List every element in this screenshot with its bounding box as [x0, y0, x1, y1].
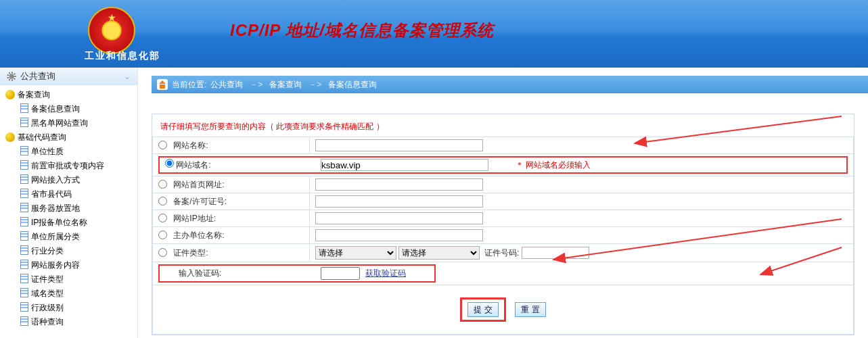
radio-label[interactable]: 主办单位名称: — [158, 231, 225, 240]
sidebar-section-header[interactable]: 公共查询 ⌄ — [0, 68, 137, 85]
domain-input[interactable] — [321, 159, 488, 171]
tree-item[interactable]: 网站服务内容 — [4, 258, 133, 272]
form-actions: 提 交 重 置 — [152, 285, 854, 335]
tree-item[interactable]: 行政级别 — [4, 301, 133, 315]
sidebar-section-title: 公共查询 — [20, 70, 55, 82]
query-radio[interactable] — [158, 231, 167, 239]
sponsor_name-input[interactable] — [315, 229, 483, 241]
radio-label[interactable]: 网站域名: — [165, 160, 211, 170]
tree-item[interactable]: 语种查询 — [4, 315, 133, 329]
cert-type-select-2[interactable]: 请选择 — [398, 246, 480, 260]
query-radio[interactable] — [158, 141, 167, 149]
site_name-input[interactable] — [315, 139, 483, 151]
tree-item[interactable]: 服务器放置地 — [4, 201, 133, 216]
system-title: ICP/IP 地址/域名信息备案管理系统 — [230, 20, 494, 41]
tree-item[interactable]: 行业分类 — [4, 244, 133, 258]
query-radio[interactable] — [158, 248, 167, 257]
breadcrumb-sep: －> — [309, 79, 321, 91]
home-icon[interactable] — [157, 79, 168, 90]
app-header: 工业和信息化部 ICP/IP 地址/域名信息备案管理系统 — [0, 0, 868, 68]
tree-item[interactable]: 单位性质 — [4, 145, 133, 159]
get-captcha-link[interactable]: 获取验证码 — [365, 268, 406, 279]
reset-button[interactable]: 重 置 — [515, 302, 545, 317]
tree-group[interactable]: 备案查询 — [4, 88, 133, 102]
home_url-input[interactable] — [315, 178, 483, 191]
submit-highlight-box: 提 交 — [460, 297, 505, 322]
tree-item[interactable]: 备案信息查询 — [4, 102, 133, 116]
radio-label[interactable]: 网站名称: — [158, 141, 208, 150]
org-name: 工业和信息化部 — [85, 50, 160, 62]
breadcrumb-sep: －> — [250, 79, 262, 91]
query-radio[interactable] — [158, 180, 167, 189]
record_no-input[interactable] — [315, 195, 483, 208]
breadcrumb-label: 当前位置: — [172, 79, 206, 91]
radio-label[interactable]: 网站首页网址: — [158, 180, 225, 189]
radio-label[interactable]: 备案/许可证号: — [158, 197, 227, 206]
sidebar: 公共查询 ⌄ 备案查询备案信息查询黑名单网站查询基础代码查询单位性质前置审批或专… — [0, 68, 138, 338]
chevron-down-icon[interactable]: ⌄ — [124, 72, 131, 81]
tree-item[interactable]: 证件类型 — [4, 272, 133, 287]
tree-item[interactable]: 单位所属分类 — [4, 230, 133, 244]
captcha-label: 输入验证码: — [165, 268, 321, 279]
query-radio[interactable] — [158, 197, 167, 206]
captcha-input[interactable] — [321, 267, 360, 280]
nav-tree: 备案查询备案信息查询黑名单网站查询基础代码查询单位性质前置审批或专项内容网站接入… — [0, 85, 137, 332]
national-emblem-icon — [88, 7, 135, 54]
breadcrumb-link[interactable]: 备案信息查询 — [328, 79, 377, 91]
main-content: 当前位置: 公共查询 －> 备案查询 －> 备案信息查询 请仔细填写您所要查询的… — [138, 68, 868, 338]
gear-icon — [7, 72, 16, 81]
cert-no-input[interactable] — [522, 247, 589, 259]
tree-group[interactable]: 基础代码查询 — [4, 130, 133, 145]
query-radio[interactable] — [165, 159, 174, 168]
ip_addr-input[interactable] — [315, 212, 483, 224]
query-radio[interactable] — [158, 214, 167, 222]
tree-item[interactable]: 前置审批或专项内容 — [4, 159, 133, 173]
tree-item[interactable]: 黑名单网站查询 — [4, 116, 133, 130]
tree-item[interactable]: 网站接入方式 — [4, 173, 133, 187]
tree-item[interactable]: 省市县代码 — [4, 187, 133, 201]
tree-item[interactable]: 域名类型 — [4, 287, 133, 301]
tree-item[interactable]: IP报备单位名称 — [4, 216, 133, 230]
radio-label[interactable]: 证件类型: — [158, 248, 208, 258]
cert-type-select-1[interactable]: 请选择 — [315, 246, 396, 260]
submit-button[interactable]: 提 交 — [467, 302, 498, 317]
breadcrumb-link[interactable]: 公共查询 — [210, 79, 243, 91]
query-form: 请仔细填写您所要查询的内容（ 此项查询要求条件精确匹配 ） 网站名称: 网站域名… — [152, 114, 854, 335]
breadcrumb-link[interactable]: 备案查询 — [269, 79, 302, 91]
radio-label[interactable]: 网站IP地址: — [158, 214, 216, 223]
required-hint: ＊ 网站域名必须输入 — [516, 160, 591, 171]
cert-no-label: 证件号码: — [484, 248, 519, 258]
breadcrumb: 当前位置: 公共查询 －> 备案查询 －> 备案信息查询 — [152, 76, 868, 93]
form-hint: 请仔细填写您所要查询的内容（ 此项查询要求条件精确匹配 ） — [152, 114, 854, 137]
